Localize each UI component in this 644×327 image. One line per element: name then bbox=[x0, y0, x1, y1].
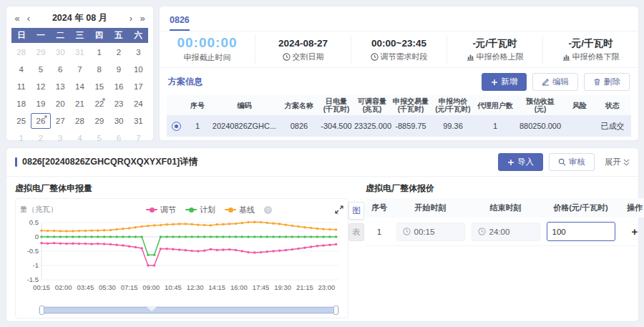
stat-deadline: 00:00:00 申报截止时间 bbox=[160, 34, 255, 64]
price-lower-label: 申报价格下限 bbox=[572, 52, 620, 62]
plan-col-header: 序号 bbox=[185, 95, 210, 115]
volume-tab-table[interactable]: 表 bbox=[348, 223, 364, 241]
calendar-day[interactable]: 8 bbox=[89, 62, 109, 77]
calendar-day[interactable]: 30 bbox=[51, 44, 70, 60]
plan-col-header: 风险 bbox=[565, 95, 594, 115]
calendar-title: 2024 年 08 月 bbox=[34, 12, 125, 24]
calendar-day[interactable]: 26 bbox=[31, 113, 50, 129]
plan-table-header-row: 序号编码方案名称日电量(千瓦时)可调容量(兆瓦)申报交易量(千瓦时)申报均价(元… bbox=[167, 95, 631, 115]
calendar-day[interactable]: 21 bbox=[70, 96, 89, 112]
calendar-day[interactable]: 29 bbox=[89, 113, 109, 129]
calendar-day[interactable]: 7 bbox=[129, 130, 148, 146]
title-accent-bar bbox=[15, 157, 17, 167]
expand-button[interactable]: 展开 bbox=[605, 157, 630, 167]
calendar-day[interactable]: 31 bbox=[70, 44, 89, 60]
calendar-day[interactable]: 4 bbox=[70, 130, 89, 146]
calendar-day[interactable]: 27 bbox=[51, 113, 70, 129]
row-radio-selected[interactable] bbox=[172, 122, 181, 131]
prev-month-button[interactable]: ‹ bbox=[23, 13, 34, 24]
zoom-slider-range[interactable] bbox=[42, 307, 336, 313]
next-year-button[interactable]: » bbox=[137, 13, 148, 24]
legend-item-plan[interactable]: 计划 bbox=[185, 205, 215, 215]
price-upper-label: 申报价格上限 bbox=[477, 52, 524, 62]
calendar-day[interactable]: 11 bbox=[11, 79, 31, 94]
calendar-day[interactable]: 23 bbox=[109, 96, 128, 112]
calendar-day[interactable]: 2 bbox=[109, 44, 128, 60]
plan-panel: 0826 00:00:00 申报截止时间 2024-08-27 交割日期 00:… bbox=[159, 6, 639, 141]
detail-title: 0826[20240826ZGHCQRQXQXYXF01]详情 bbox=[22, 156, 492, 168]
calendar-day[interactable]: 16 bbox=[109, 79, 128, 94]
calendar-day[interactable]: 22 bbox=[89, 96, 109, 112]
calendar-day[interactable]: 1 bbox=[89, 44, 109, 60]
stat-demand-period: 00:00~23:45 调节需求时段 bbox=[351, 36, 447, 64]
calendar-nav: « ‹ 2024 年 08 月 › » bbox=[11, 9, 148, 28]
calendar-day[interactable]: 25 bbox=[11, 113, 31, 129]
zoom-handle-left[interactable] bbox=[39, 306, 44, 315]
trash-icon bbox=[593, 78, 601, 86]
svg-text:0.5: 0.5 bbox=[29, 218, 39, 226]
calendar-day[interactable]: 17 bbox=[129, 79, 148, 94]
start-time-picker[interactable]: 00:15 bbox=[396, 223, 465, 241]
plan-col-header: 代理用户数 bbox=[475, 95, 515, 115]
calendar-day[interactable]: 30 bbox=[109, 113, 128, 129]
calendar-day[interactable]: 3 bbox=[51, 130, 70, 146]
demand-period-value: 00:00~23:45 bbox=[354, 37, 444, 49]
volume-tab-chart[interactable]: 图 bbox=[348, 202, 364, 220]
svg-text:19:30: 19:30 bbox=[274, 283, 291, 291]
calendar-day[interactable]: 28 bbox=[11, 44, 31, 60]
prev-year-button[interactable]: « bbox=[11, 13, 23, 24]
next-month-button[interactable]: › bbox=[125, 13, 137, 24]
calendar-day[interactable]: 15 bbox=[89, 79, 109, 94]
add-button[interactable]: 新增 bbox=[482, 73, 527, 91]
calendar-day[interactable]: 6 bbox=[51, 62, 70, 77]
plan-tab-row: 0826 bbox=[160, 6, 638, 31]
volume-chart[interactable]: 0.50-0.5-1-1.500:1502:0003:4505:3007:150… bbox=[20, 217, 343, 301]
search-icon bbox=[558, 158, 566, 166]
calendar-day[interactable]: 5 bbox=[89, 130, 109, 146]
svg-text:17:45: 17:45 bbox=[253, 283, 270, 291]
delete-button[interactable]: 删除 bbox=[584, 73, 630, 91]
zoom-handle-right[interactable] bbox=[333, 306, 338, 315]
calendar-day[interactable]: 12 bbox=[31, 79, 50, 94]
plan-section-label: 方案信息 bbox=[168, 76, 476, 88]
legend-item-baseline[interactable]: 基线 bbox=[225, 205, 255, 215]
calendar-day[interactable]: 29 bbox=[31, 44, 50, 60]
svg-text:10:45: 10:45 bbox=[165, 283, 182, 291]
end-time-picker[interactable]: 24:00 bbox=[472, 223, 540, 241]
calendar-day[interactable]: 10 bbox=[129, 62, 148, 77]
calendar-day[interactable]: 13 bbox=[51, 79, 70, 94]
plan-cell: 20240826ZGHC... bbox=[210, 115, 279, 137]
calendar-day[interactable]: 3 bbox=[129, 44, 148, 60]
calendar-day[interactable]: 1 bbox=[11, 130, 31, 146]
fullscreen-icon[interactable] bbox=[335, 205, 343, 214]
edit-button[interactable]: 编辑 bbox=[532, 73, 578, 91]
svg-text:02:00: 02:00 bbox=[55, 283, 72, 291]
plan-cell: -304.500 bbox=[319, 115, 353, 137]
calendar-day[interactable]: 18 bbox=[11, 96, 31, 112]
calendar-day[interactable]: 19 bbox=[31, 96, 50, 112]
calendar-day[interactable]: 14 bbox=[70, 79, 89, 94]
calendar-day[interactable]: 5 bbox=[31, 62, 50, 77]
info-icon[interactable]: ? bbox=[264, 206, 272, 214]
tab-0826[interactable]: 0826 bbox=[170, 15, 190, 31]
legend-item-adjust[interactable]: 调节 bbox=[146, 205, 176, 215]
calendar-day[interactable]: 7 bbox=[70, 62, 89, 77]
plan-table-row[interactable]: 120240826ZGHC...0826-304.50023325.000-88… bbox=[167, 115, 631, 137]
add-row-button[interactable]: + bbox=[632, 225, 638, 238]
event-dot-icon bbox=[102, 98, 105, 101]
calendar-day[interactable]: 2 bbox=[31, 130, 50, 146]
plan-col-header bbox=[167, 95, 185, 115]
review-button[interactable]: 审核 bbox=[549, 153, 595, 171]
chart-zoom-slider[interactable] bbox=[39, 306, 339, 314]
calendar-day[interactable]: 9 bbox=[109, 62, 128, 77]
import-button[interactable]: 导入 bbox=[498, 153, 543, 171]
calendar-day[interactable]: 20 bbox=[51, 96, 70, 112]
calendar-day[interactable]: 28 bbox=[70, 113, 89, 129]
plan-col-header: 日电量(千瓦时) bbox=[319, 95, 353, 115]
calendar-day[interactable]: 4 bbox=[11, 62, 31, 77]
calendar-day[interactable]: 31 bbox=[129, 113, 148, 129]
calendar-day[interactable]: 24 bbox=[129, 96, 148, 112]
clock-icon bbox=[478, 228, 486, 235]
price-input[interactable] bbox=[547, 222, 615, 241]
calendar-day[interactable]: 6 bbox=[109, 130, 128, 146]
